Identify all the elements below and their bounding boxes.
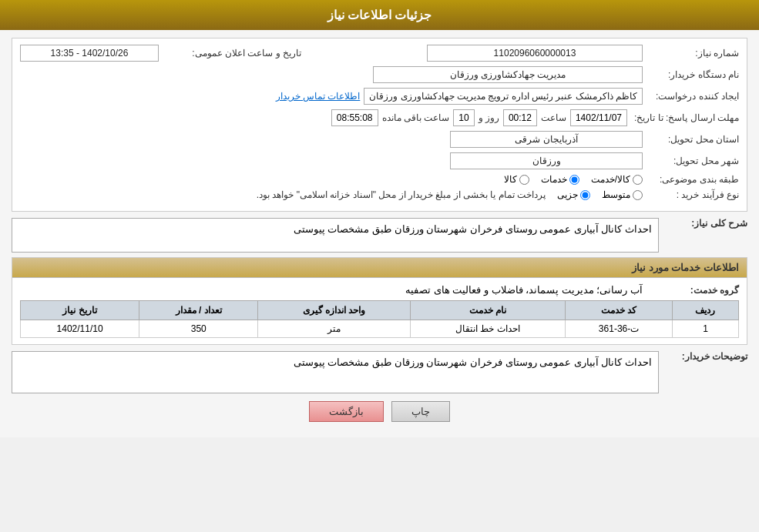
grohe-khadamat-label: گروه خدمت: xyxy=(646,285,739,296)
now-farayand-label: نوع فرآیند خرید : xyxy=(646,189,739,200)
shomare-niaz-label: شماره نیاز: xyxy=(646,48,739,59)
cell-vahed: متر xyxy=(258,320,410,338)
table-row: 1ت-36-361احداث خط انتقالمتر3501402/11/10 xyxy=(21,320,739,338)
ostan-tahvil-row: استان محل تحویل: آذربایجان شرقی xyxy=(20,131,739,148)
shomare-niaz-row: شماره نیاز: 1102096060000013 تاریخ و ساع… xyxy=(20,45,739,62)
page-header: جزئیات اطلاعات نیاز xyxy=(0,0,759,30)
shahr-tahvil-label: شهر محل تحویل: xyxy=(646,156,739,166)
col-kod-khadamat: کد خدمت xyxy=(566,301,673,320)
col-tarikh: تاریخ نیاز xyxy=(21,301,139,320)
main-info-body: شماره نیاز: 1102096060000013 تاریخ و ساع… xyxy=(12,38,747,211)
radio-khadamat-item[interactable]: خدمات xyxy=(541,174,579,185)
button-row: چاپ بازگشت xyxy=(12,401,747,422)
mohlat-ersal-label: مهلت ارسال پاسخ: تا تاریخ: xyxy=(631,112,739,123)
now-farayand-row: نوع فرآیند خرید : متوسط جزیی پرداخت تمام… xyxy=(20,189,739,200)
ostan-tahvil-value: آذربایجان شرقی xyxy=(450,131,643,148)
grohe-khadamat-row: گروه خدمت: آب رسانی؛ مدیریت پسماند، فاضل… xyxy=(20,284,739,296)
baghimande-label: ساعت باقی مانده xyxy=(382,112,450,123)
radio-motavasset-label: متوسط xyxy=(602,189,630,200)
tozihat-row: توضیحات خریدار: احداث کانال آبیاری عمومی… xyxy=(12,351,747,393)
cell-tarikh: 1402/11/10 xyxy=(21,320,139,338)
cell-tedad: 350 xyxy=(139,320,258,338)
khadamat-body: گروه خدمت: آب رسانی؛ مدیریت پسماند، فاضل… xyxy=(12,278,747,344)
tozihat-label: توضیحات خریدار: xyxy=(663,351,747,362)
nam-dastgah-value: مدیریت جهادکشاورزی ورزقان xyxy=(373,66,643,83)
sharh-kolli-label: شرح کلی نیاز: xyxy=(663,218,747,229)
radio-kala-khadamat-label: کالا/خدمت xyxy=(591,174,630,185)
radio-motavasset-input[interactable] xyxy=(633,190,643,200)
radio-kala-khadamat-input[interactable] xyxy=(633,175,643,185)
main-info-section: شماره نیاز: 1102096060000013 تاریخ و ساع… xyxy=(12,38,747,212)
cell-kodKhadamat: ت-36-361 xyxy=(566,320,673,338)
farayand-radio-group: متوسط جزیی xyxy=(557,189,643,200)
services-table: ردیف کد خدمت نام خدمت واحد اندازه گیری ت… xyxy=(20,300,739,338)
sharh-kolli-row: شرح کلی نیاز: احداث کانال آبیاری عمومی ر… xyxy=(12,218,747,253)
col-radif: ردیف xyxy=(672,301,738,320)
radio-kala-khadamat-item[interactable]: کالا/خدمت xyxy=(591,174,643,185)
shahr-tahvil-value: ورزقان xyxy=(450,152,643,169)
col-vahed: واحد اندازه گیری xyxy=(258,301,410,320)
page-title: جزئیات اطلاعات نیاز xyxy=(327,8,432,22)
cell-radif: 1 xyxy=(672,320,738,338)
tabaghe-row: طبقه بندی موضوعی: کالا/خدمت خدمات کال xyxy=(20,174,739,185)
roz-label: روز و xyxy=(479,112,499,123)
radio-kala-label: کالا xyxy=(504,174,517,185)
cell-namKhadamat: احداث خط انتقال xyxy=(410,320,565,338)
radio-jozyi-input[interactable] xyxy=(580,190,590,200)
col-tedad: تعداد / مقدار xyxy=(139,301,258,320)
tabaghe-radio-group: کالا/خدمت خدمات کالا xyxy=(504,174,643,185)
radio-khadamat-label: خدمات xyxy=(541,174,567,185)
saat-value: 00:12 xyxy=(503,109,537,126)
page-wrapper: جزئیات اطلاعات نیاز شماره نیاز: 11020960… xyxy=(0,0,759,532)
saat-label: ساعت xyxy=(541,112,566,123)
ijad-konande-value: کاظم ذاکرمشک عنبر رئیس اداره ترویج مدیری… xyxy=(364,88,643,105)
shomare-niaz-value: 1102096060000013 xyxy=(427,45,643,62)
content-area: شماره نیاز: 1102096060000013 تاریخ و ساع… xyxy=(0,30,759,437)
khadamat-section: اطلاعات خدمات مورد نیاز گروه خدمت: آب رس… xyxy=(12,257,747,345)
tabaghe-label: طبقه بندی موضوعی: xyxy=(646,174,739,185)
roz-value: 10 xyxy=(453,109,474,126)
col-nam-khadamat: نام خدمت xyxy=(410,301,565,320)
baghimande-value: 08:55:08 xyxy=(331,109,378,126)
ostan-tahvil-label: استان محل تحویل: xyxy=(646,134,739,145)
sharh-kolli-value: احداث کانال آبیاری عمومی روستای فرخران ش… xyxy=(12,218,659,253)
radio-khadamat-input[interactable] xyxy=(569,175,579,185)
mohlat-date-value: 1402/11/07 xyxy=(570,109,627,126)
tamas-kharidar-link[interactable]: اطلاعات تماس خریدار xyxy=(276,91,361,102)
print-button[interactable]: چاپ xyxy=(391,401,450,422)
back-button[interactable]: بازگشت xyxy=(309,401,384,422)
grohe-khadamat-value: آب رسانی؛ مدیریت پسماند، فاضلاب و فعالیت… xyxy=(405,284,643,296)
nam-dastgah-label: نام دستگاه خریدار: xyxy=(646,69,739,80)
note-text: پرداخت تمام یا بخشی از مبلغ خریدار از مح… xyxy=(257,189,546,200)
tarikhSaat-value: 1402/10/26 - 13:35 xyxy=(20,45,159,62)
radio-jozyi-item[interactable]: جزیی xyxy=(557,189,590,200)
radio-jozyi-label: جزیی xyxy=(557,189,578,200)
ijad-konande-row: ایجاد کننده درخواست: کاظم ذاکرمشک عنبر ر… xyxy=(20,88,739,105)
ijad-konande-label: ایجاد کننده درخواست: xyxy=(646,91,739,102)
nam-dastgah-row: نام دستگاه خریدار: مدیریت جهادکشاورزی ور… xyxy=(20,66,739,83)
mohlat-ersal-row: مهلت ارسال پاسخ: تا تاریخ: 1402/11/07 سا… xyxy=(20,109,739,126)
tozihat-value: احداث کانال آبیاری عمومی روستای فرخران ش… xyxy=(12,351,659,393)
radio-kala-item[interactable]: کالا xyxy=(504,174,529,185)
radio-kala-input[interactable] xyxy=(519,175,529,185)
shahr-tahvil-row: شهر محل تحویل: ورزقان xyxy=(20,152,739,169)
khadamat-header: اطلاعات خدمات مورد نیاز xyxy=(12,258,747,278)
radio-motavasset-item[interactable]: متوسط xyxy=(602,189,643,200)
tarikhSaat-label: تاریخ و ساعت اعلان عمومی: xyxy=(163,48,301,59)
